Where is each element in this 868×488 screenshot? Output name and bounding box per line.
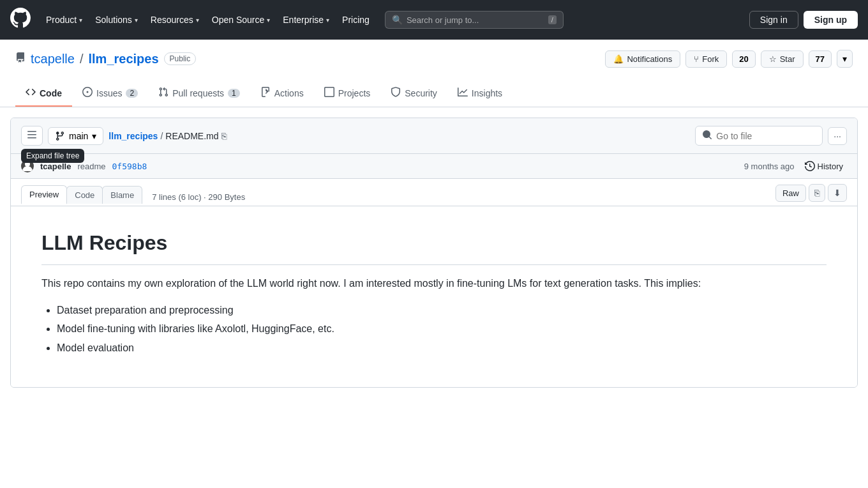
top-nav-right: Sign in Sign up <box>749 11 858 29</box>
nav-pricing[interactable]: Pricing <box>337 11 375 29</box>
visibility-badge: Public <box>164 52 197 65</box>
tab-security[interactable]: Security <box>380 80 447 107</box>
branch-selector[interactable]: main ▾ <box>48 127 103 145</box>
list-item: Model fine-tuning with libraries like Ax… <box>57 321 827 337</box>
copy-path-icon[interactable]: ⎘ <box>221 131 227 141</box>
readme-intro: This repo contains my own exploration of… <box>41 275 827 292</box>
copy-file-icon[interactable]: ⎘ <box>809 184 825 202</box>
nav-solutions[interactable]: Solutions ▾ <box>90 11 143 29</box>
chevron-down-icon: ▾ <box>92 131 96 141</box>
breadcrumb-separator: / <box>160 131 163 141</box>
chevron-down-icon: ▾ <box>326 17 329 24</box>
slash-shortcut: / <box>548 15 557 24</box>
pr-icon <box>158 87 168 99</box>
search-icon: 🔍 <box>392 15 403 25</box>
repo-separator: / <box>80 52 84 66</box>
fork-button[interactable]: ⑂ Fork <box>685 50 727 68</box>
pr-badge: 1 <box>228 89 240 98</box>
go-to-file-container[interactable] <box>695 126 823 146</box>
bell-icon: 🔔 <box>613 54 624 64</box>
sign-up-button[interactable]: Sign up <box>804 11 858 29</box>
file-viewer-header: Expand file tree main ▾ llm_recipes / RE… <box>11 118 857 154</box>
star-count[interactable]: 77 <box>809 50 832 68</box>
tab-issues[interactable]: Issues 2 <box>72 80 148 107</box>
commit-message: readme <box>77 162 105 171</box>
breadcrumb: llm_recipes / README.md ⎘ <box>108 131 226 141</box>
readme-title: LLM Recipes <box>41 227 827 265</box>
breadcrumb-file: README.md <box>165 131 218 141</box>
raw-button[interactable]: Raw <box>775 185 806 202</box>
list-item: Model evaluation <box>57 340 827 356</box>
projects-icon <box>324 87 334 99</box>
nav-items: Product ▾ Solutions ▾ Resources ▾ Open S… <box>41 11 375 29</box>
github-logo[interactable] <box>10 8 31 32</box>
readme-content: LLM Recipes This repo contains my own ex… <box>11 206 857 387</box>
security-icon <box>391 87 401 99</box>
repo-name-link[interactable]: llm_recipes <box>89 52 159 66</box>
commit-row: tcapelle readme 0f598b8 9 months ago His… <box>11 154 857 179</box>
more-options-button[interactable]: ··· <box>828 127 847 145</box>
download-file-icon[interactable]: ⬇ <box>828 184 847 202</box>
repo-header: tcapelle / llm_recipes Public 🔔 Notifica… <box>0 40 868 107</box>
list-item: Dataset preparation and preprocessing <box>57 302 827 319</box>
repo-owner-link[interactable]: tcapelle <box>31 52 75 66</box>
search-input[interactable] <box>407 15 544 25</box>
actions-icon <box>260 87 271 99</box>
expand-more-button[interactable]: ▾ <box>837 50 853 68</box>
repo-tabs: Code Issues 2 Pull requests 1 Actions <box>15 80 853 107</box>
file-tab-code[interactable]: Code <box>66 186 103 204</box>
chevron-down-icon: ▾ <box>135 17 138 24</box>
file-tab-preview[interactable]: Preview <box>21 185 67 204</box>
file-card: Expand file tree main ▾ llm_recipes / RE… <box>10 118 858 388</box>
repo-title-row: tcapelle / llm_recipes Public 🔔 Notifica… <box>15 50 853 73</box>
chevron-down-icon: ▾ <box>79 17 82 24</box>
file-actions: Raw ⎘ ⬇ <box>775 184 847 206</box>
star-button[interactable]: ☆ Star <box>761 50 804 68</box>
file-info: 7 lines (6 loc) · 290 Bytes <box>152 192 245 206</box>
nav-enterprise[interactable]: Enterprise ▾ <box>278 11 334 29</box>
sidebar-tooltip: Expand file tree <box>21 149 84 163</box>
chevron-down-icon: ▾ <box>196 17 199 24</box>
top-navigation: Product ▾ Solutions ▾ Resources ▾ Open S… <box>0 0 868 40</box>
history-button[interactable]: History <box>801 159 847 173</box>
notifications-button[interactable]: 🔔 Notifications <box>605 50 680 68</box>
commit-time: 9 months ago <box>744 162 795 171</box>
sidebar-toggle-button[interactable] <box>21 126 43 146</box>
tab-insights[interactable]: Insights <box>447 80 513 107</box>
nav-open-source[interactable]: Open Source ▾ <box>207 11 276 29</box>
star-icon: ☆ <box>769 54 777 64</box>
issue-icon <box>82 87 93 99</box>
issues-badge: 2 <box>126 89 138 98</box>
commit-hash[interactable]: 0f598b8 <box>112 162 147 171</box>
fork-icon: ⑂ <box>694 54 699 64</box>
insights-icon <box>458 87 468 99</box>
chevron-down-icon: ▾ <box>267 17 270 24</box>
readme-bullet-list: Dataset preparation and preprocessing Mo… <box>57 302 827 356</box>
file-tab-blame[interactable]: Blame <box>102 186 142 204</box>
sign-in-button[interactable]: Sign in <box>749 11 798 29</box>
branch-name: main <box>69 131 88 141</box>
nav-resources[interactable]: Resources ▾ <box>146 11 204 29</box>
tab-projects[interactable]: Projects <box>314 80 381 107</box>
breadcrumb-repo-link[interactable]: llm_recipes <box>108 131 158 141</box>
fork-count[interactable]: 20 <box>732 50 755 68</box>
tab-actions[interactable]: Actions <box>250 80 314 107</box>
history-label: History <box>818 162 843 171</box>
file-tabs-bar: Preview Code Blame 7 lines (6 loc) · 290… <box>11 179 857 206</box>
repo-icon <box>15 52 26 65</box>
nav-product[interactable]: Product ▾ <box>41 11 87 29</box>
go-to-file-input[interactable] <box>716 131 805 141</box>
search-icon <box>702 130 712 142</box>
repo-actions: 🔔 Notifications ⑂ Fork 20 ☆ Star 77 ▾ <box>605 50 853 68</box>
tab-code[interactable]: Code <box>15 80 72 107</box>
code-icon <box>26 87 36 99</box>
tab-pull-requests[interactable]: Pull requests 1 <box>148 80 250 107</box>
search-bar[interactable]: 🔍 / <box>385 11 564 29</box>
